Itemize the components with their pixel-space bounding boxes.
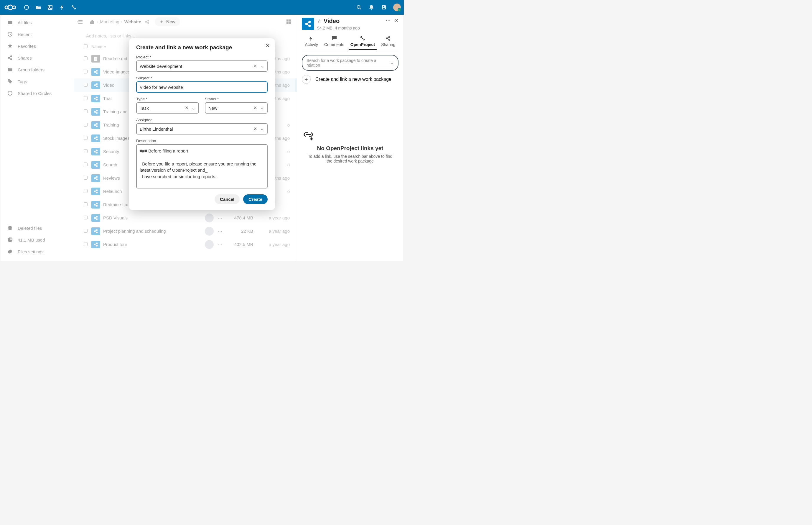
tab-activity[interactable]: Activity <box>303 36 320 50</box>
sidebar-item-shared-circles[interactable]: Shared to Circles <box>2 87 73 99</box>
chevron-down-icon[interactable]: ⌄ <box>260 105 264 110</box>
chevron-down-icon[interactable]: ⌄ <box>260 63 264 69</box>
sidebar-item-label: All files <box>18 20 32 25</box>
file-name: PSD Visuals <box>103 215 205 220</box>
row-checkbox[interactable] <box>84 163 88 166</box>
activity-icon[interactable] <box>59 4 65 10</box>
file-modified: a year ago <box>253 242 292 247</box>
row-checkbox[interactable] <box>84 56 88 60</box>
row-checkbox[interactable] <box>84 123 88 126</box>
close-details-icon[interactable]: ✕ <box>395 18 399 23</box>
user-avatar[interactable] <box>393 3 401 11</box>
contacts-icon[interactable] <box>381 4 387 10</box>
pie-icon <box>7 237 13 243</box>
owner-avatar[interactable] <box>205 227 214 236</box>
clear-icon[interactable]: ✕ <box>185 105 189 110</box>
svg-point-6 <box>72 5 73 7</box>
sidebar-item-group-folders[interactable]: Group folders <box>2 64 73 75</box>
row-checkbox[interactable] <box>84 96 88 100</box>
clear-icon[interactable]: ✕ <box>253 126 257 132</box>
sidebar-item-shares[interactable]: Shares <box>2 52 73 64</box>
share-crumb-icon[interactable] <box>145 19 150 24</box>
sidebar-item-deleted[interactable]: Deleted files <box>2 222 73 234</box>
row-checkbox[interactable] <box>84 109 88 113</box>
row-checkbox[interactable] <box>84 70 88 73</box>
search-icon[interactable] <box>356 4 362 10</box>
row-checkbox[interactable] <box>84 136 88 140</box>
sidebar-item-favorites[interactable]: Favorites <box>2 40 73 52</box>
tab-sharing[interactable]: Sharing <box>379 36 397 50</box>
project-select[interactable]: Website development ✕⌄ <box>136 60 268 72</box>
grid-view-icon[interactable] <box>286 19 292 25</box>
file-row[interactable]: Product tour⋯402.5 MBa year ago <box>74 238 297 251</box>
description-textarea[interactable]: ### Before filing a report _Before you f… <box>136 144 268 189</box>
file-size: 22 KB <box>224 229 253 234</box>
openproject-tab-icon <box>360 36 365 41</box>
toggle-sidebar-icon[interactable] <box>77 19 83 24</box>
sidebar-item-tags[interactable]: Tags <box>2 75 73 87</box>
row-checkbox[interactable] <box>84 176 88 180</box>
photos-icon[interactable] <box>47 4 53 10</box>
assignee-select[interactable]: Birthe Lindenthal ✕⌄ <box>136 123 268 135</box>
owner-avatar[interactable] <box>205 240 214 249</box>
svg-point-16 <box>8 91 12 95</box>
folder-icon <box>7 19 13 25</box>
dashboard-icon[interactable] <box>24 4 30 10</box>
close-modal-icon[interactable]: ✕ <box>266 43 270 49</box>
home-icon[interactable] <box>90 19 95 25</box>
create-link-row[interactable]: ＋ Create and link a new work package <box>302 75 399 84</box>
row-checkbox[interactable] <box>84 189 88 193</box>
column-name[interactable]: Name <box>91 44 102 49</box>
sidebar-deleted-label: Deleted files <box>18 226 42 231</box>
breadcrumb-parent[interactable]: Marketing <box>100 19 119 24</box>
notifications-icon[interactable] <box>369 4 374 10</box>
chevron-down-icon[interactable]: ⌄ <box>260 126 264 132</box>
sidebar-item-settings[interactable]: Files settings <box>2 246 73 257</box>
files-icon[interactable] <box>35 4 41 10</box>
sidebar-item-quota: 41.1 MB used <box>2 234 73 246</box>
plus-circle-icon: ＋ <box>302 75 311 84</box>
row-checkbox[interactable] <box>84 215 88 220</box>
shared-folder-icon <box>91 95 100 102</box>
row-actions-icon[interactable]: ⋯ <box>218 215 224 221</box>
new-button[interactable]: ＋ New <box>155 17 180 26</box>
new-button-label: New <box>166 19 175 24</box>
row-checkbox[interactable] <box>84 149 88 153</box>
file-row[interactable]: Project planning and scheduling⋯22 KBa y… <box>74 224 297 238</box>
sidebar-item-recent[interactable]: Recent <box>2 28 73 40</box>
row-checkbox[interactable] <box>84 229 88 233</box>
work-package-search[interactable]: Search for a work package to create a re… <box>302 55 399 71</box>
shared-folder-icon <box>91 108 100 116</box>
row-checkbox[interactable] <box>84 83 88 87</box>
details-title: Video <box>324 18 340 25</box>
clear-icon[interactable]: ✕ <box>253 63 257 69</box>
row-checkbox[interactable] <box>84 242 88 246</box>
type-select[interactable]: Task ✕⌄ <box>136 102 199 114</box>
clear-icon[interactable]: ✕ <box>253 105 257 110</box>
row-actions-icon[interactable]: ⋯ <box>218 229 224 234</box>
svg-point-12 <box>8 57 10 58</box>
svg-point-74 <box>389 39 390 41</box>
svg-point-5 <box>49 6 50 7</box>
sidebar-item-all-files[interactable]: All files <box>2 16 73 28</box>
row-actions-icon[interactable]: ⋯ <box>218 242 224 247</box>
tab-comments[interactable]: Comments <box>323 36 346 50</box>
cancel-button[interactable]: Cancel <box>215 194 240 204</box>
more-icon[interactable]: ⋯ <box>386 18 391 23</box>
row-checkbox[interactable] <box>84 202 88 206</box>
status-select[interactable]: New ✕⌄ <box>205 102 268 114</box>
nextcloud-logo-icon[interactable] <box>3 4 18 11</box>
owner-avatar[interactable] <box>205 213 214 222</box>
file-row[interactable]: PSD Visuals⋯478.4 MBa year ago <box>74 211 297 224</box>
favorite-star-icon[interactable]: ☆ <box>317 18 321 24</box>
svg-point-64 <box>94 244 95 245</box>
tab-openproject[interactable]: OpenProject <box>349 36 377 50</box>
breadcrumb-current[interactable]: Website <box>124 19 141 24</box>
sidebar-item-label: Tags <box>18 79 27 84</box>
select-all-checkbox[interactable] <box>84 44 88 48</box>
subject-input[interactable]: Video for new website <box>136 81 268 93</box>
openproject-app-icon[interactable] <box>71 4 77 10</box>
chevron-down-icon[interactable]: ⌄ <box>191 105 196 110</box>
create-button[interactable]: Create <box>243 194 268 204</box>
create-link-label: Create and link a new work package <box>315 77 391 82</box>
